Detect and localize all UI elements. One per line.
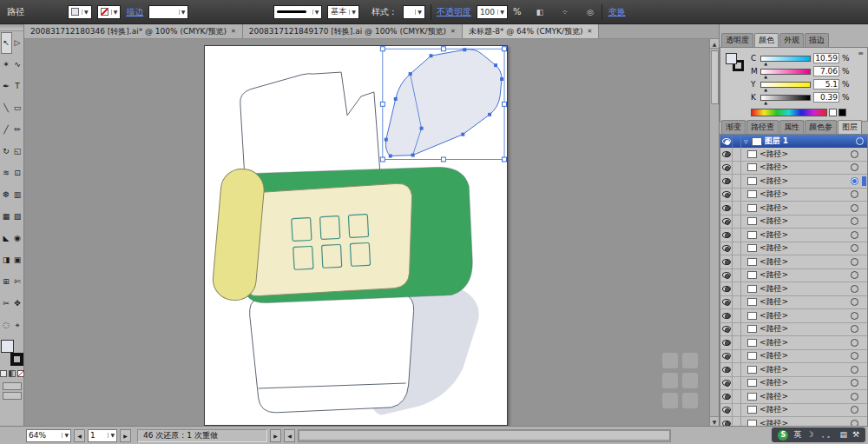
gradient-mode-button[interactable] (9, 370, 16, 377)
ime-fullwidth-moon-icon[interactable]: ☽ (806, 431, 813, 439)
document-tab[interactable]: 200831712180346 [转换].ai* @ 100% (CMYK/预览… (24, 24, 243, 38)
stroke-style-dropdown[interactable]: ▼ (273, 5, 322, 19)
channel-slider[interactable]: ▲ (760, 69, 811, 75)
visibility-eye-icon[interactable] (722, 164, 731, 170)
visibility-eye-icon[interactable] (722, 259, 731, 265)
visibility-cell[interactable] (720, 175, 733, 188)
panel-menu-icon[interactable]: ≡ (858, 50, 864, 57)
layer-row[interactable]: <路径> (720, 404, 867, 418)
target-circle-icon[interactable] (851, 204, 858, 212)
channel-slider[interactable]: ▲ (760, 95, 811, 101)
channel-value-input[interactable]: 5.1 (813, 79, 839, 89)
visibility-eye-icon[interactable] (722, 218, 731, 224)
sogou-logo-icon[interactable]: S (778, 430, 788, 441)
target-circle-icon[interactable] (851, 231, 858, 239)
canvas-area[interactable]: ▲ ▼ (24, 39, 719, 426)
none-mode-button[interactable] (17, 370, 24, 377)
target-circle-icon[interactable] (851, 298, 858, 306)
page-dropdown[interactable]: 1 ▼ (88, 429, 117, 442)
layer-name[interactable]: 图层 1 (765, 136, 856, 147)
visibility-eye-icon[interactable] (722, 326, 731, 332)
artboard[interactable] (204, 45, 508, 426)
lock-cell[interactable] (733, 336, 741, 349)
tab-color-guide[interactable]: 颜色参 (805, 120, 837, 134)
visibility-cell[interactable] (720, 202, 733, 215)
align-dots-icon[interactable]: ⁘ (558, 5, 571, 18)
layer-header-row[interactable]: ▽ 图层 1 (720, 135, 867, 148)
layer-row[interactable]: <路径> (720, 282, 867, 296)
status-expand-icon[interactable]: ▶ (270, 429, 281, 442)
visibility-eye-icon[interactable] (722, 272, 731, 278)
layer-row[interactable]: <路径> (720, 323, 867, 337)
artboard-tool[interactable]: ⌖ (12, 315, 23, 336)
visibility-eye-icon[interactable] (722, 151, 731, 157)
lock-cell[interactable] (733, 350, 741, 363)
layer-row[interactable]: <路径> (720, 296, 867, 310)
scroll-up-icon[interactable]: ▲ (710, 39, 720, 49)
visibility-eye-icon[interactable] (722, 138, 731, 144)
next-page-icon[interactable]: ▶ (120, 429, 131, 442)
ime-punctuation-toggle[interactable]: ，。 (819, 431, 834, 439)
lock-cell[interactable] (733, 282, 741, 295)
target-circle-icon[interactable] (851, 285, 858, 293)
layer-row[interactable]: <路径> (720, 148, 867, 162)
visibility-cell[interactable] (720, 309, 733, 322)
output-tray-shape[interactable] (250, 294, 414, 413)
paintbrush-tool[interactable]: ╱ (1, 119, 12, 141)
ime-toolbox-icon[interactable]: ⚒ (852, 431, 859, 439)
graph-tool[interactable]: ▥ (12, 184, 23, 206)
rotate-tool[interactable]: ↻ (1, 141, 12, 162)
target-circle-icon[interactable] (851, 258, 858, 266)
stroke-swatch[interactable] (10, 353, 23, 366)
target-circle-icon[interactable] (851, 366, 858, 374)
stroke-weight-dropdown[interactable]: ▼ (148, 5, 188, 19)
visibility-cell[interactable] (720, 404, 733, 417)
visibility-cell[interactable] (720, 189, 733, 202)
lock-cell[interactable] (733, 377, 741, 390)
visibility-cell[interactable] (720, 377, 733, 390)
visibility-eye-icon[interactable] (722, 367, 731, 373)
visibility-eye-icon[interactable] (722, 299, 731, 305)
layer-row[interactable]: <路径> (720, 242, 867, 256)
layer-thumbnail[interactable] (752, 137, 762, 146)
fill-color-dropdown[interactable]: ▼ (68, 5, 92, 19)
direct-selection-tool[interactable]: ▷ (12, 32, 23, 54)
layer-row[interactable]: <路径> (720, 269, 867, 283)
ime-language-toggle[interactable]: 英 (793, 431, 801, 439)
visibility-eye-icon[interactable] (722, 178, 731, 184)
slice-tool[interactable]: ✄ (12, 271, 23, 293)
target-circle-icon[interactable] (851, 150, 858, 158)
toolbox-grip[interactable] (0, 24, 23, 31)
expand-triangle-icon[interactable]: ▽ (744, 138, 748, 144)
lock-cell[interactable] (733, 242, 741, 255)
layer-row[interactable]: <路径> (720, 336, 867, 350)
visibility-eye-icon[interactable] (722, 313, 731, 319)
channel-value-input[interactable]: 7.06 (813, 66, 839, 76)
visibility-eye-icon[interactable] (722, 232, 731, 238)
layer-row[interactable]: <路径> (720, 202, 867, 215)
tab-layers[interactable]: 图层 (838, 120, 862, 134)
layer-row[interactable]: <路径> (720, 350, 867, 364)
horizontal-scrollbar[interactable] (298, 429, 671, 442)
visibility-cell[interactable] (720, 215, 733, 229)
prev-page-icon[interactable]: ◀ (74, 429, 85, 442)
tab-transparency[interactable]: 透明度 (721, 33, 753, 47)
pen-tool[interactable]: ✒ (1, 76, 12, 97)
target-circle-icon[interactable] (851, 177, 858, 185)
scroll-left-icon[interactable]: ◀ (284, 429, 295, 442)
lock-cell[interactable] (733, 202, 741, 215)
visibility-cell[interactable] (720, 363, 733, 376)
target-circle-icon[interactable] (851, 244, 858, 252)
isolate-mode-icon[interactable]: ◎ (583, 5, 596, 18)
tab-gradient[interactable]: 渐变 (721, 120, 746, 134)
target-circle-icon[interactable] (851, 163, 858, 171)
tab-stroke[interactable]: 描边 (805, 33, 829, 47)
layer-row[interactable]: <路径> (720, 363, 867, 377)
lock-cell[interactable] (733, 229, 741, 242)
visibility-eye-icon[interactable] (722, 380, 731, 386)
transform-link[interactable]: 变换 (608, 6, 625, 18)
layer-row[interactable]: <路径> (720, 309, 867, 323)
artwork[interactable] (205, 46, 507, 425)
lock-cell[interactable] (733, 323, 741, 336)
lock-cell[interactable] (733, 269, 741, 282)
